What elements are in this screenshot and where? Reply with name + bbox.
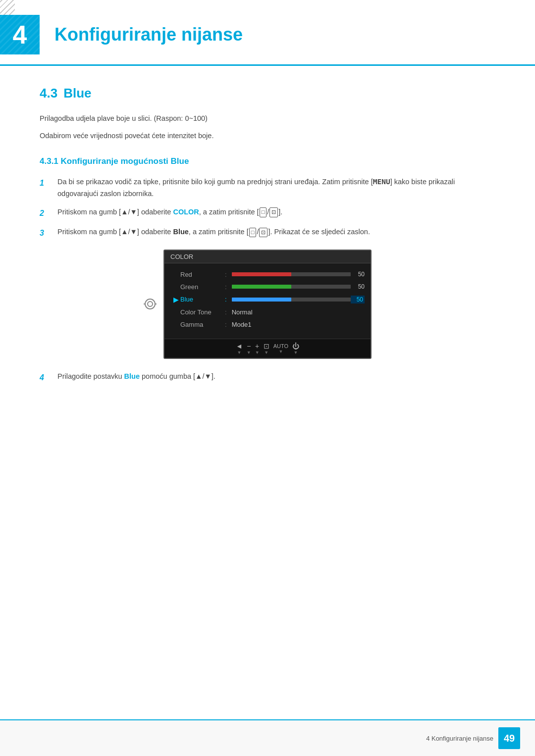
gamma-value: Mode1 bbox=[232, 321, 252, 328]
page-footer: 4 Konfiguriranje nijanse 49 bbox=[0, 719, 535, 756]
step-2-number: 2 bbox=[40, 207, 54, 220]
svg-point-0 bbox=[145, 299, 155, 309]
main-content: 4.3Blue Prilagodba udjela plave boje u s… bbox=[0, 86, 535, 384]
blue-keyword: Blue bbox=[173, 228, 188, 236]
step4-blue-keyword: Blue bbox=[124, 372, 140, 380]
green-value: 50 bbox=[351, 283, 365, 290]
green-bar-fill bbox=[232, 285, 291, 289]
green-label: Green bbox=[170, 283, 220, 291]
chapter-number: 4 bbox=[13, 22, 27, 48]
step-1-number: 1 bbox=[40, 177, 54, 190]
section-heading: 4.3Blue bbox=[40, 86, 495, 101]
ctrl-power: ⏻ ▼ bbox=[292, 342, 299, 355]
color-tone-label: Color Tone bbox=[170, 308, 220, 316]
ctrl-left: ◄ ▼ bbox=[236, 342, 243, 355]
red-value: 50 bbox=[351, 271, 365, 278]
gamma-label: Gamma bbox=[170, 321, 220, 328]
menu-row-gamma: Gamma : Mode1 bbox=[170, 318, 365, 331]
footer-chapter-label: 4 Konfiguriranje nijanse bbox=[426, 735, 493, 742]
green-bar-bg bbox=[232, 285, 351, 289]
menu-row-color-tone: Color Tone : Normal bbox=[170, 306, 365, 318]
svg-point-1 bbox=[148, 302, 153, 306]
ctrl-minus: − ▼ bbox=[247, 342, 251, 355]
monitor-screen: COLOR Red : 50 bbox=[163, 250, 372, 359]
step-1-text: Da bi se prikazao vodič za tipke, pritis… bbox=[57, 176, 495, 199]
menu-row-red: Red : 50 bbox=[170, 268, 365, 281]
menu-row-blue: ▶ Blue : 50 bbox=[170, 293, 365, 306]
monitor-container: COLOR Red : 50 bbox=[40, 250, 495, 359]
section-body2: Odabirom veće vrijednosti povećat ćete i… bbox=[40, 130, 495, 142]
subsection-title: Konfiguriranje mogućnosti Blue bbox=[61, 156, 189, 166]
monitor-icon bbox=[141, 295, 159, 313]
red-label: Red bbox=[170, 271, 220, 278]
ctrl-plus: + ▼ bbox=[255, 342, 260, 355]
section-number: 4.3 bbox=[40, 86, 57, 101]
step-1: 1 Da bi se prikazao vodič za tipke, prit… bbox=[40, 176, 495, 199]
steps-list: 1 Da bi se prikazao vodič za tipke, prit… bbox=[40, 176, 495, 240]
blue-value: 50 bbox=[351, 296, 365, 303]
blue-bar-container bbox=[232, 298, 351, 302]
step-3: 3 Pritiskom na gumb [▲/▼] odaberite Blue… bbox=[40, 226, 495, 240]
step-3-number: 3 bbox=[40, 227, 54, 240]
step-2-text: Pritiskom na gumb [▲/▼] odaberite COLOR,… bbox=[57, 206, 282, 218]
screen-body: Red : 50 Green : bbox=[164, 263, 371, 339]
selector-arrow: ▶ bbox=[173, 296, 179, 303]
step-4-text: Prilagodite postavku Blue pomoću gumba [… bbox=[57, 371, 215, 382]
step-4: 4 Prilagodite postavku Blue pomoću gumba… bbox=[40, 371, 495, 384]
subsection-heading: 4.3.1 Konfiguriranje mogućnosti Blue bbox=[40, 156, 495, 166]
step4-list: 4 Prilagodite postavku Blue pomoću gumba… bbox=[40, 371, 495, 384]
red-bar-container bbox=[232, 272, 351, 276]
chapter-header: 4 Konfiguriranje nijanse bbox=[0, 0, 535, 66]
blue-bar-bg bbox=[232, 298, 351, 302]
step-2: 2 Pritiskom na gumb [▲/▼] odaberite COLO… bbox=[40, 206, 495, 220]
section-body1: Prilagodba udjela plave boje u slici. (R… bbox=[40, 113, 495, 124]
ctrl-enter: ⊡ ▼ bbox=[264, 342, 269, 355]
green-bar-container bbox=[232, 285, 351, 289]
screen-title-bar: COLOR bbox=[164, 251, 371, 263]
monitor-wrapper: COLOR Red : 50 bbox=[163, 250, 372, 359]
menu-key: MENU bbox=[373, 178, 390, 186]
screen-title: COLOR bbox=[170, 253, 193, 260]
subsection-num: 4.3.1 bbox=[40, 156, 58, 166]
red-bar-bg bbox=[232, 272, 351, 276]
section-title: Blue bbox=[63, 86, 91, 101]
red-bar-fill bbox=[232, 272, 291, 276]
menu-row-green: Green : 50 bbox=[170, 281, 365, 293]
step-4-number: 4 bbox=[40, 371, 54, 384]
color-keyword: COLOR bbox=[173, 208, 199, 216]
chapter-number-box: 4 bbox=[0, 15, 40, 54]
chapter-title: Konfiguriranje nijanse bbox=[50, 24, 243, 45]
screen-controls: ◄ ▼ − ▼ + ▼ ⊡ ▼ bbox=[164, 339, 371, 358]
footer-page-number: 49 bbox=[498, 727, 520, 749]
ctrl-auto: AUTO ▼ bbox=[273, 343, 288, 354]
step-3-text: Pritiskom na gumb [▲/▼] odaberite Blue, … bbox=[57, 226, 370, 238]
blue-bar-fill bbox=[232, 298, 291, 302]
color-tone-value: Normal bbox=[232, 308, 253, 316]
